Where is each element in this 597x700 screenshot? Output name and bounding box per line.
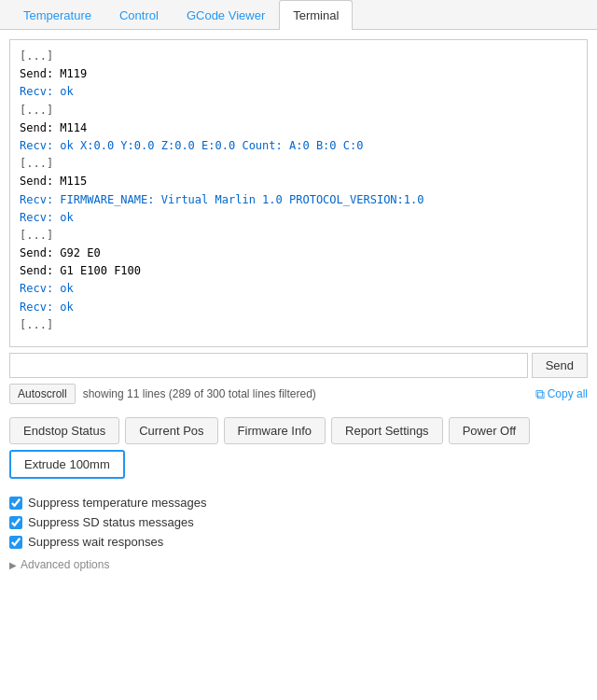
- extrude-row: Extrude 100mm: [9, 450, 588, 479]
- terminal-output[interactable]: [...]Send: M119Recv: ok[...]Send: M114Re…: [9, 39, 588, 347]
- tab-control[interactable]: Control: [105, 0, 173, 30]
- terminal-line: Recv: ok: [20, 209, 577, 227]
- terminal-line: Recv: ok: [20, 83, 577, 101]
- suppress-temp-checkbox[interactable]: [9, 497, 22, 510]
- input-row: Send: [9, 353, 588, 378]
- terminal-line: [...]: [20, 155, 577, 173]
- suppress-wait-checkbox[interactable]: [9, 536, 22, 549]
- firmware-info-button[interactable]: Firmware Info: [224, 417, 326, 444]
- terminal-line: Recv: ok: [20, 280, 577, 298]
- suppress-temp-label: Suppress temperature messages: [28, 496, 206, 510]
- power-off-button[interactable]: Power Off: [449, 417, 531, 444]
- tab-bar: Temperature Control GCode Viewer Termina…: [0, 0, 597, 30]
- terminal-line: Recv: ok: [20, 299, 577, 316]
- terminal-line: Recv: FIRMWARE_NAME: Virtual Marlin 1.0 …: [20, 191, 577, 209]
- terminal-line: [...]: [20, 316, 577, 334]
- checkbox-row: Suppress temperature messages: [9, 496, 588, 510]
- current-pos-button[interactable]: Current Pos: [125, 417, 217, 444]
- chevron-right-icon: ▶: [9, 560, 17, 570]
- terminal-input[interactable]: [9, 353, 528, 378]
- send-button[interactable]: Send: [532, 353, 588, 378]
- suppress-sd-checkbox[interactable]: [9, 516, 22, 529]
- terminal-line: Send: M119: [20, 65, 577, 83]
- autoscroll-button[interactable]: Autoscroll: [9, 384, 76, 404]
- advanced-options-label: Advanced options: [21, 558, 109, 571]
- terminal-line: [...]: [20, 48, 577, 65]
- copy-icon: ⧉: [535, 386, 545, 402]
- terminal-line: Send: M115: [20, 173, 577, 190]
- advanced-options[interactable]: ▶ Advanced options: [9, 558, 588, 571]
- terminal-line: Send: G92 E0: [20, 245, 577, 262]
- copy-all-button[interactable]: ⧉ Copy all: [535, 386, 588, 402]
- suppress-sd-label: Suppress SD status messages: [28, 515, 194, 529]
- tab-temperature[interactable]: Temperature: [9, 0, 105, 30]
- copy-all-label: Copy all: [548, 387, 588, 400]
- endstop-status-button[interactable]: Endstop Status: [9, 417, 119, 444]
- terminal-line: Send: M114: [20, 119, 577, 137]
- suppress-wait-label: Suppress wait responses: [28, 535, 163, 549]
- report-settings-button[interactable]: Report Settings: [331, 417, 443, 444]
- action-buttons-row: Endstop StatusCurrent PosFirmware InfoRe…: [9, 417, 588, 444]
- tab-gcode-viewer[interactable]: GCode Viewer: [173, 0, 279, 30]
- extrude-button[interactable]: Extrude 100mm: [9, 450, 125, 479]
- checkboxes-section: Suppress temperature messagesSuppress SD…: [9, 496, 588, 549]
- checkbox-row: Suppress SD status messages: [9, 515, 588, 529]
- terminal-line: [...]: [20, 227, 577, 245]
- status-row: Autoscroll showing 11 lines (289 of 300 …: [9, 384, 588, 404]
- checkbox-row: Suppress wait responses: [9, 535, 588, 549]
- terminal-line: Recv: ok X:0.0 Y:0.0 Z:0.0 E:0.0 Count: …: [20, 137, 577, 155]
- tab-terminal[interactable]: Terminal: [279, 0, 353, 30]
- main-content: [...]Send: M119Recv: ok[...]Send: M114Re…: [0, 30, 597, 581]
- terminal-line: Send: G1 E100 F100: [20, 262, 577, 280]
- filter-status: showing 11 lines (289 of 300 total lines…: [83, 387, 528, 400]
- terminal-line: [...]: [20, 102, 577, 119]
